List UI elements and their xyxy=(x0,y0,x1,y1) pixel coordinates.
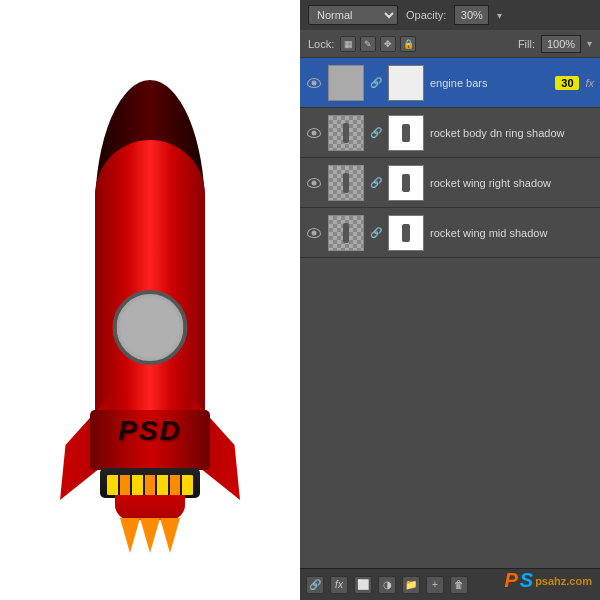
engine-bar-4 xyxy=(145,475,156,495)
porthole xyxy=(113,290,188,365)
nozzle xyxy=(115,495,185,520)
eye-icon-engine-bars xyxy=(307,78,321,88)
mask-btn[interactable]: ⬜ xyxy=(354,576,372,594)
exhaust xyxy=(110,518,190,558)
chain-icon-engine-bars: 🔗 xyxy=(370,77,382,89)
thumb-shape-wing-mid xyxy=(343,223,349,243)
fill-label: Fill: xyxy=(518,38,535,50)
folder-btn[interactable]: 📁 xyxy=(402,576,420,594)
engine-bar-6 xyxy=(170,475,181,495)
lock-pixels-btn[interactable]: ✎ xyxy=(360,36,376,52)
fill-arrow[interactable]: ▾ xyxy=(587,38,592,49)
engine-bar-5 xyxy=(157,475,168,495)
eye-icon-wing-right xyxy=(307,178,321,188)
layers-list: 🔗 engine bars 30 fx 🔗 xyxy=(300,58,600,568)
new-layer-btn[interactable]: + xyxy=(426,576,444,594)
exhaust-arrow-left xyxy=(120,518,140,553)
link-layers-btn[interactable]: 🔗 xyxy=(306,576,324,594)
layer-item-wing-right-shadow[interactable]: 🔗 rocket wing right shadow xyxy=(300,158,600,208)
engine-bar-1 xyxy=(107,475,118,495)
layer-mask-wing-right xyxy=(388,165,424,201)
opacity-input[interactable] xyxy=(454,5,489,25)
layer-name-wing-mid: rocket wing mid shadow xyxy=(430,227,594,239)
lock-transparent-btn[interactable]: ▦ xyxy=(340,36,356,52)
panel-topbar: Normal Opacity: ▾ xyxy=(300,0,600,30)
lock-icons: ▦ ✎ ✥ 🔒 xyxy=(340,36,416,52)
rocket: PSD xyxy=(50,80,250,560)
ps-logo-s: S xyxy=(520,569,533,592)
blend-mode-select[interactable]: Normal xyxy=(308,5,398,25)
chain-icon-wing-right: 🔗 xyxy=(370,177,382,189)
lock-all-btn[interactable]: 🔒 xyxy=(400,36,416,52)
layer-mask-engine-bars xyxy=(388,65,424,101)
layer-visibility-wing-mid[interactable] xyxy=(306,225,322,241)
rocket-body xyxy=(95,140,205,430)
layer-visibility-wing-right[interactable] xyxy=(306,175,322,191)
adjustment-btn[interactable]: ◑ xyxy=(378,576,396,594)
lock-position-btn[interactable]: ✥ xyxy=(380,36,396,52)
engine-bar-7 xyxy=(182,475,193,495)
thumb-shape-body-shadow xyxy=(343,123,349,143)
layer-item-engine-bars[interactable]: 🔗 engine bars 30 fx xyxy=(300,58,600,108)
lock-label: Lock: xyxy=(308,38,334,50)
layer-name-engine-bars: engine bars xyxy=(430,77,549,89)
fx-btn[interactable]: fx xyxy=(330,576,348,594)
rocket-psd-text: PSD xyxy=(118,415,182,447)
opacity-label: Opacity: xyxy=(406,9,446,21)
layer-visibility-engine-bars[interactable] xyxy=(306,75,322,91)
layer-mask-wing-mid xyxy=(388,215,424,251)
layer-item-wing-mid-shadow[interactable]: 🔗 rocket wing mid shadow xyxy=(300,208,600,258)
layer-mask-body-shadow xyxy=(388,115,424,151)
engine-bars xyxy=(106,475,194,495)
ps-logo-p: P xyxy=(504,569,517,592)
ps-watermark: P S psahz.com xyxy=(504,569,592,592)
delete-layer-btn[interactable]: 🗑 xyxy=(450,576,468,594)
chain-icon-body-shadow: 🔗 xyxy=(370,127,382,139)
canvas-area: PSD xyxy=(0,0,300,600)
ps-site: psahz.com xyxy=(535,575,592,587)
thumb-shape-wing-right xyxy=(343,173,349,193)
eye-icon-wing-mid xyxy=(307,228,321,238)
layer-item-body-shadow[interactable]: 🔗 rocket body dn ring shadow xyxy=(300,108,600,158)
engine-bar-2 xyxy=(120,475,131,495)
exhaust-arrow-center xyxy=(140,518,160,553)
layer-badge-engine-bars: 30 xyxy=(555,76,579,90)
fill-input[interactable] xyxy=(541,35,581,53)
layer-thumb-wing-mid xyxy=(328,215,364,251)
layer-name-body-shadow: rocket body dn ring shadow xyxy=(430,127,594,139)
engine-bar-3 xyxy=(132,475,143,495)
chain-icon-wing-mid: 🔗 xyxy=(370,227,382,239)
opacity-arrow[interactable]: ▾ xyxy=(497,10,502,21)
exhaust-arrow-right xyxy=(160,518,180,553)
layer-thumb-engine-bars xyxy=(328,65,364,101)
lock-row: Lock: ▦ ✎ ✥ 🔒 Fill: ▾ xyxy=(300,30,600,58)
layer-thumb-wing-right xyxy=(328,165,364,201)
fx-badge-engine-bars: fx xyxy=(585,77,594,89)
layers-panel: Normal Opacity: ▾ Lock: ▦ ✎ ✥ 🔒 Fill: ▾ xyxy=(300,0,600,600)
layer-thumb-body-shadow xyxy=(328,115,364,151)
layer-name-wing-right: rocket wing right shadow xyxy=(430,177,594,189)
layer-visibility-body-shadow[interactable] xyxy=(306,125,322,141)
eye-icon-body-shadow xyxy=(307,128,321,138)
